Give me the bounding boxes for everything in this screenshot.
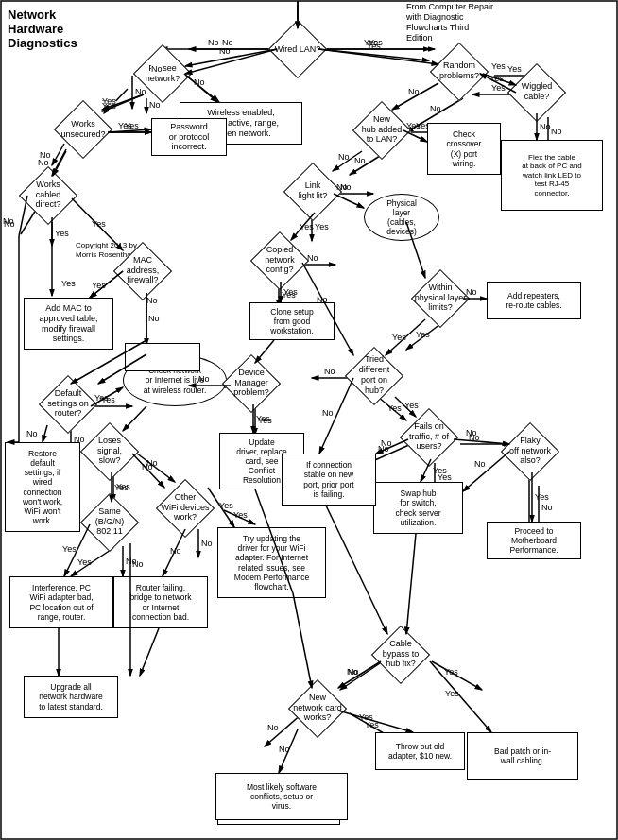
new-hub-label: Newhub addedto LAN? bbox=[351, 111, 413, 148]
add-mac-box: Add MAC toapproved table,modify firewall… bbox=[24, 298, 113, 350]
link-light-label: Linklight lit? bbox=[282, 172, 344, 210]
router-failing-box: Router failing,bridge to networkor Inter… bbox=[113, 576, 208, 628]
svg-text:No: No bbox=[541, 503, 553, 512]
throw-out-box: Throw out oldadapter, $10 new. bbox=[375, 732, 465, 770]
svg-text:No: No bbox=[208, 38, 219, 47]
svg-text:Yes: Yes bbox=[233, 510, 248, 520]
check-crossover-box: Checkcrossover(X) portwiring. bbox=[427, 123, 501, 175]
no-pc-see: No bbox=[151, 64, 163, 74]
svg-text:Yes: Yes bbox=[258, 416, 272, 425]
svg-text:Hardware: Hardware bbox=[8, 22, 63, 36]
svg-text:Yes: Yes bbox=[387, 403, 402, 413]
works-unsecured-label: Worksunsecured? bbox=[52, 111, 114, 148]
svg-text:Yes: Yes bbox=[365, 720, 379, 729]
if-connection-box: If connectionstable on newport, prior po… bbox=[282, 454, 376, 506]
loses-signal-label: Losessignal,slow? bbox=[78, 432, 141, 470]
no-mac: No bbox=[146, 296, 158, 305]
password-box: Passwordor protocolincorrect. bbox=[151, 118, 227, 156]
mac-no-box bbox=[125, 343, 200, 371]
svg-text:Yes: Yes bbox=[438, 472, 452, 482]
cable-bypass-label: Cablebypass tohub fix? bbox=[369, 635, 432, 673]
svg-text:No: No bbox=[469, 433, 480, 442]
svg-text:Yes: Yes bbox=[491, 83, 506, 93]
new-card-label: Newnetwork cardworks? bbox=[286, 689, 349, 727]
svg-text:No: No bbox=[267, 723, 279, 732]
svg-text:Yes: Yes bbox=[125, 121, 139, 130]
yes-pc-see: Yes bbox=[102, 101, 116, 111]
random-problems-label: Randomproblems? bbox=[428, 52, 490, 90]
most-likely-box2: Most likely softwareconflicts, setup orv… bbox=[215, 773, 348, 820]
svg-text:Yes: Yes bbox=[282, 290, 296, 300]
svg-text:Yes: Yes bbox=[364, 38, 378, 47]
svg-text:Yes: Yes bbox=[55, 229, 69, 238]
svg-text:No: No bbox=[40, 150, 51, 160]
svg-text:Flowcharts Third: Flowcharts Third bbox=[406, 23, 469, 32]
svg-text:Yes: Yes bbox=[77, 557, 92, 567]
upgrade-hardware-box: Upgrade allnetwork hardwareto latest sta… bbox=[24, 676, 118, 718]
wired-lan-label: Wired LAN? bbox=[267, 30, 328, 68]
clone-setup-box: Clone setupfrom goodworkstation. bbox=[249, 302, 335, 340]
svg-text:Yes: Yes bbox=[416, 330, 430, 339]
svg-text:Yes: Yes bbox=[444, 667, 458, 677]
svg-text:No: No bbox=[347, 667, 358, 677]
svg-text:No: No bbox=[430, 104, 441, 113]
wiggled-cable-label: Wiggledcable? bbox=[506, 73, 568, 111]
svg-text:From Computer Repair: From Computer Repair bbox=[406, 2, 493, 11]
svg-text:Diagnostics: Diagnostics bbox=[8, 36, 77, 50]
svg-text:Yes: Yes bbox=[116, 482, 130, 491]
within-physical-label: Withinphysical layerlimits? bbox=[408, 279, 472, 317]
device-manager-label: DeviceManagerproblem? bbox=[220, 364, 283, 402]
yes-mac: Yes bbox=[61, 279, 76, 288]
proceed-motherboard-box: Proceed toMotherboardPerformance. bbox=[487, 522, 581, 559]
try-updating-box: Try updating thedriver for your WiFiadap… bbox=[217, 527, 326, 598]
swap-hub-box: Swap hubfor switch,check serverutilizati… bbox=[373, 482, 463, 534]
works-cabled-label: Workscableddirect? bbox=[17, 176, 79, 214]
other-wifi-label: OtherWiFi deviceswork? bbox=[154, 489, 216, 526]
flaky-label: Flakyoff networkalso? bbox=[499, 432, 561, 470]
svg-text:No: No bbox=[4, 219, 15, 229]
default-settings-label: Defaultsettings onrouter? bbox=[36, 385, 100, 422]
svg-text:with Diagnostic: with Diagnostic bbox=[405, 12, 464, 22]
flowchart: Network Hardware Diagnostics From Comput… bbox=[0, 0, 618, 840]
svg-text:Yes: Yes bbox=[315, 222, 329, 231]
svg-text:No: No bbox=[149, 100, 161, 110]
svg-text:No: No bbox=[222, 38, 233, 47]
restore-default-box: Restoredefaultsettings, ifwiredconnectio… bbox=[5, 442, 80, 532]
svg-text:Network: Network bbox=[8, 8, 57, 22]
svg-text:No: No bbox=[126, 557, 137, 566]
svg-text:No: No bbox=[551, 127, 562, 136]
svg-text:No: No bbox=[354, 156, 366, 165]
tried-different-label: Trieddifferentport onhub? bbox=[343, 356, 405, 394]
add-repeaters-box: Add repeaters,re-route cables. bbox=[487, 282, 581, 319]
mac-firewall-label: MACaddress,firewall? bbox=[112, 251, 174, 289]
bad-patch-box: Bad patch or in-wall cabling. bbox=[467, 732, 578, 780]
copied-config-label: Copiednetworkconfig? bbox=[249, 241, 311, 279]
same-bgn-label: Same(B/G/N)802.11 bbox=[78, 503, 141, 540]
svg-text:No: No bbox=[201, 539, 213, 548]
fails-traffic-label: Fails ontraffic, # ofusers? bbox=[398, 418, 460, 455]
flex-cable-box: Flex the cableat back of PC andwatch lin… bbox=[501, 140, 603, 211]
svg-text:Edition: Edition bbox=[406, 33, 433, 43]
svg-text:No: No bbox=[324, 367, 335, 376]
svg-text:Yes: Yes bbox=[101, 395, 115, 404]
svg-text:No: No bbox=[146, 458, 158, 468]
svg-text:No: No bbox=[378, 444, 389, 454]
physical-layer-oval: Physicallayer(cables,devices) bbox=[364, 194, 439, 241]
interference-box: Interference, PCWiFi adapter bad,PC loca… bbox=[9, 576, 113, 628]
pc-see-network-label: PC seenetwork? bbox=[131, 55, 194, 93]
